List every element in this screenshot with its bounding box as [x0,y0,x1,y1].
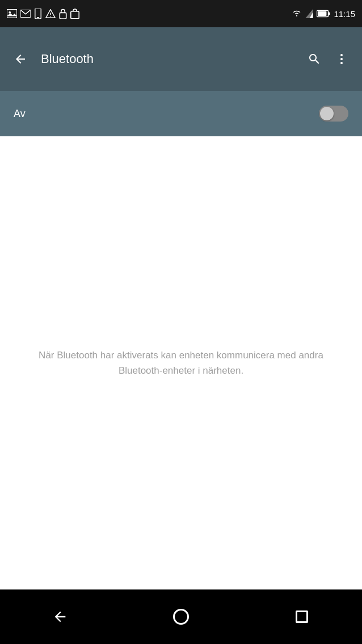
search-button[interactable] [303,48,326,70]
bluetooth-toggle-row[interactable]: Av [0,91,362,136]
image-icon [7,9,17,18]
toggle-knob [320,107,334,120]
svg-rect-13 [329,12,330,15]
svg-rect-8 [60,12,66,19]
phone-icon [34,9,42,19]
status-bar: 11:15 [0,0,362,27]
nav-back-button[interactable] [43,600,77,634]
nav-recent-button[interactable] [285,600,319,634]
mail-icon [20,10,31,18]
lock-icon [59,9,67,19]
time-display: 11:15 [334,9,355,19]
svg-rect-9 [71,11,79,19]
svg-point-17 [340,62,343,64]
warning-icon [45,9,56,18]
status-right: 11:15 [292,9,355,19]
signal-icon [305,9,313,18]
back-button[interactable] [9,48,32,70]
battery-icon [317,10,330,18]
home-icon [173,609,189,625]
wifi-icon [292,10,302,18]
nav-home-button[interactable] [164,600,198,634]
svg-point-16 [340,58,343,60]
main-content: När Bluetooth har aktiverats kan enheten… [0,136,362,589]
app-bar-actions [303,48,353,70]
svg-point-7 [50,16,50,16]
svg-point-15 [340,54,343,56]
info-text: När Bluetooth har aktiverats kan enheten… [23,348,339,378]
recent-icon [296,610,308,623]
bag-icon [70,9,79,19]
svg-point-1 [9,11,11,14]
more-button[interactable] [330,48,353,70]
svg-rect-14 [318,11,327,16]
toggle-label: Av [14,108,26,120]
svg-rect-0 [7,10,17,18]
nav-bar [0,589,362,644]
page-title: Bluetooth [41,52,294,66]
bluetooth-toggle[interactable] [319,106,348,122]
status-icons [7,9,79,19]
app-bar: Bluetooth [0,27,362,91]
